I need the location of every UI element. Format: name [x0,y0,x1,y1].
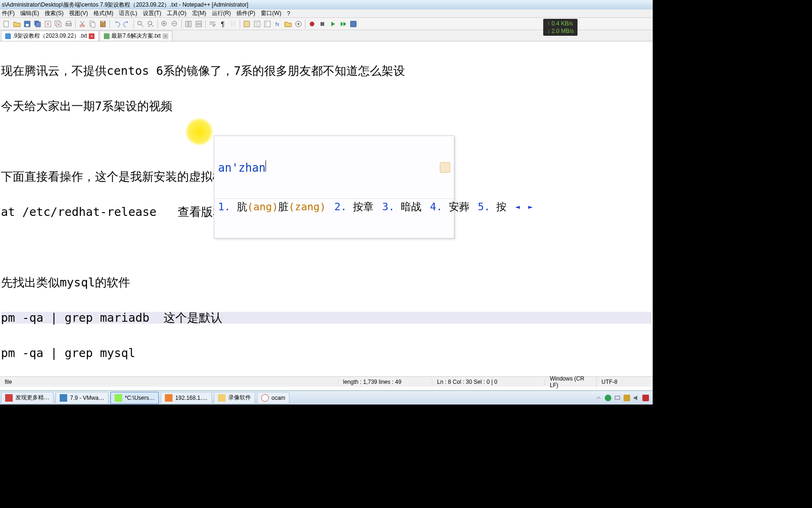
title-text: s\Administrator\Desktop\服务端\centos 7.9架设… [2,1,248,9]
copy-icon[interactable] [88,19,97,29]
user-lang-icon[interactable] [242,19,251,29]
tray-sound-icon[interactable] [633,395,640,401]
save-macro-icon[interactable] [349,19,358,29]
print-icon[interactable] [64,19,73,29]
svg-rect-2 [26,24,29,26]
show-all-chars-icon[interactable]: ¶ [218,19,227,29]
vmware-icon [60,394,67,402]
status-length: length : 1,739 lines : 49 [338,379,432,385]
menu-run[interactable]: 运行(R) [212,9,231,17]
taskbar-item-ocam[interactable]: ocam [257,392,289,404]
undo-icon[interactable] [112,19,121,29]
taskbar-item-notepadpp[interactable]: *C:\Users… [110,392,159,404]
menu-help[interactable]: ? [287,10,290,17]
play-macro-icon[interactable] [328,19,337,29]
menu-language[interactable]: 语言(L) [119,9,137,17]
save-all-icon[interactable] [33,19,42,29]
tab-close-icon[interactable]: × [163,33,168,39]
svg-point-17 [148,21,152,25]
find-icon[interactable] [136,19,145,29]
tray-network-icon[interactable] [614,395,621,401]
tray-up-icon[interactable] [595,395,602,401]
doc-list-icon[interactable] [263,19,272,29]
svg-rect-20 [186,21,188,27]
ime-next-icon[interactable]: ► [528,201,533,213]
open-file-icon[interactable] [12,19,22,29]
zoom-in-icon[interactable] [160,19,169,29]
stop-macro-icon[interactable] [318,19,327,29]
sync-h-icon[interactable] [194,19,203,29]
taskbar-item-vmware[interactable]: 7.9 - VMwa… [55,392,109,404]
svg-rect-24 [244,21,250,27]
menu-edit[interactable]: 编辑(E) [20,9,39,17]
status-eol[interactable]: Windows (CR LF) [545,375,597,389]
close-all-icon[interactable] [54,19,63,29]
taskbar-label: 发现更多精… [16,394,49,402]
menu-settings[interactable]: 设置(T) [143,9,161,17]
doc-map-icon[interactable] [252,19,262,29]
svg-rect-22 [196,21,202,24]
svg-rect-13 [91,23,95,27]
ime-candidate[interactable]: 4. 安葬 [430,201,469,213]
xshell-icon [165,394,172,402]
menu-tools[interactable]: 工具(O) [167,9,186,17]
ime-prev-icon[interactable]: ◄ [515,201,520,213]
svg-point-28 [265,24,266,25]
save-icon[interactable] [23,19,32,29]
svg-point-31 [297,23,299,25]
record-macro-icon[interactable] [307,19,317,29]
editor-area[interactable]: 现在腾讯云，不提供centos 6系的镜像了，7系的很多朋友都不知道怎么架设 今… [0,41,653,376]
zoom-out-icon[interactable] [170,19,180,29]
cut-icon[interactable] [78,19,87,29]
ime-candidate[interactable]: 2. 按章 [334,201,374,213]
indent-guide-icon[interactable] [228,19,238,29]
svg-text:fx: fx [275,21,280,27]
app-icon [5,394,13,402]
function-list-icon[interactable]: fx [273,19,282,29]
paste-icon[interactable] [98,19,108,29]
menu-window[interactable]: 窗口(W) [261,9,281,17]
ime-candidate[interactable]: 5. 按 [478,201,507,213]
ime-candidate[interactable]: 1. 肮(ang)脏(zang) [218,201,326,213]
tray-security-icon[interactable] [605,395,611,401]
redo-icon[interactable] [122,19,132,29]
taskbar-item[interactable]: 发现更多精… [1,392,54,404]
sync-v-icon[interactable] [184,19,193,29]
taskbar-item-xshell[interactable]: 192.168.1.… [161,392,212,404]
status-encoding[interactable]: UTF-8 [597,379,623,385]
close-icon[interactable] [43,19,53,29]
menu-search[interactable]: 搜索(S) [45,9,63,17]
tab-centos-tutorial[interactable]: .9架设教程（2023.09.22）.txt × [1,31,99,41]
svg-rect-15 [102,21,104,22]
separator [75,20,76,28]
new-file-icon[interactable] [2,19,11,29]
menubar: 件(F) 编辑(E) 搜索(S) 视图(V) 格式(M) 语言(L) 设置(T)… [0,9,653,18]
tab-solution-76[interactable]: 最新7.6解决方案.txt × [100,31,172,41]
replace-icon[interactable] [146,19,156,29]
menu-macro[interactable]: 宏(M) [192,9,206,17]
tray-ime-icon[interactable] [624,395,630,401]
folder-icon [218,394,226,402]
play-multi-icon[interactable] [338,19,348,29]
separator [181,20,182,28]
tab-close-icon[interactable]: × [89,33,94,39]
network-speed-indicator: ↑ 0.4 KB/s ↓ 2.0 MB/s [543,19,578,36]
word-wrap-icon[interactable] [208,19,217,29]
menu-encoding[interactable]: 格式(M) [94,9,113,17]
text-line: 今天给大家出一期7系架设的视频 [1,100,652,112]
ime-popup[interactable]: an'zhan 1. 肮(ang)脏(zang) 2. 按章 3. 暗战 4. … [214,135,454,238]
taskbar-item-recorder[interactable]: 录像软件 [214,392,255,404]
menu-file[interactable]: 件(F) [2,9,15,17]
ime-candidate[interactable]: 3. 暗战 [382,201,422,213]
tray-app-icon[interactable] [642,395,649,401]
svg-point-32 [310,22,314,26]
separator [205,20,206,28]
folder-workspace-icon[interactable] [283,19,293,29]
tab-label: 最新7.6解决方案.txt [111,32,161,40]
monitoring-icon[interactable] [294,19,303,29]
menu-view[interactable]: 视图(V) [69,9,88,17]
upload-speed: ↑ 0.4 KB/s [547,20,574,27]
svg-point-16 [138,21,141,25]
svg-point-27 [265,23,266,24]
menu-plugins[interactable]: 插件(P) [236,9,255,17]
